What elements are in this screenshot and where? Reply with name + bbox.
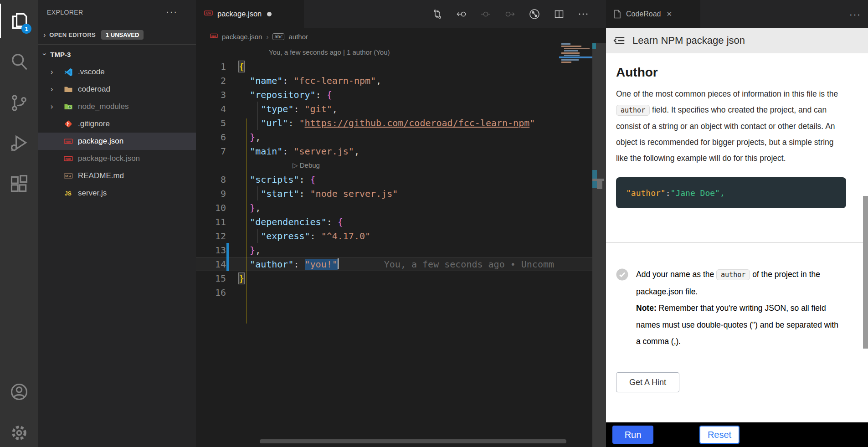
debug-codelens[interactable]: ▷ Debug: [293, 161, 320, 170]
tree-item-server-js[interactable]: JSserver.js: [38, 185, 196, 202]
panel-scrollbar[interactable]: [863, 196, 868, 349]
inline-code-chip: author: [716, 269, 750, 280]
activity-explorer-button[interactable]: 1: [0, 4, 38, 38]
run-button[interactable]: Run: [612, 426, 653, 444]
activity-settings-button[interactable]: [0, 416, 38, 447]
code-line-3[interactable]: 3 "repository": {: [196, 87, 606, 102]
modified-line-marker: [226, 243, 229, 257]
code-line-15[interactable]: 15}: [196, 271, 606, 285]
folder-root-tmp-3[interactable]: › TMP-3: [38, 46, 196, 63]
js-icon: JS: [63, 188, 73, 198]
run-debug-icon: [9, 133, 29, 153]
breadcrumb-symbol[interactable]: author: [288, 33, 308, 41]
next-change-icon[interactable]: [504, 9, 515, 20]
line-number: 12: [196, 231, 226, 241]
minimap[interactable]: [561, 43, 592, 64]
code-line-8[interactable]: 8 "scripts": {: [196, 172, 606, 186]
tree-item--gitignore[interactable]: .gitignore: [38, 115, 196, 133]
chevron-right-icon: ›: [43, 31, 46, 39]
code-line-6[interactable]: 6 },: [196, 130, 606, 144]
divider: [606, 242, 868, 243]
code-line-7[interactable]: 7 "main": "server.js",: [196, 144, 606, 158]
minimap-current-line: [559, 57, 592, 58]
activity-account-button[interactable]: [0, 375, 38, 409]
coderoad-panel: CodeRoad ✕ ··· Learn NPM package json Au…: [606, 0, 868, 447]
svg-text:npm: npm: [205, 11, 211, 15]
file-label: .gitignore: [78, 119, 110, 128]
panel-more-actions-icon[interactable]: ···: [849, 9, 861, 20]
split-editor-icon[interactable]: [554, 9, 565, 20]
line-number: 14: [196, 259, 226, 270]
reset-button[interactable]: Reset: [699, 426, 740, 444]
tree-item-coderoad[interactable]: ›coderoad: [38, 81, 196, 98]
dirty-indicator-icon[interactable]: [267, 12, 272, 16]
svg-text:npm: npm: [65, 140, 71, 144]
open-editors-label: OPEN EDITORS: [49, 31, 96, 38]
code-line-1[interactable]: 1{: [196, 59, 606, 73]
divider: [38, 44, 196, 45]
line-number: 11: [196, 216, 226, 227]
explorer-more-actions-icon[interactable]: ···: [166, 6, 178, 17]
tree-item-readme-md[interactable]: MREADME.md: [38, 167, 196, 185]
npm-file-icon: npm: [210, 32, 218, 41]
code-line-14[interactable]: 14 "author": "you!"You, a few seconds ag…: [196, 257, 606, 271]
source-control-icon: [9, 93, 29, 113]
git-icon: [63, 119, 73, 129]
close-icon[interactable]: ✕: [667, 10, 673, 18]
code-line-2[interactable]: 2 "name": "fcc-learn-npm",: [196, 73, 606, 87]
codelens-row: You, a few seconds ago | 1 author (You): [196, 45, 606, 59]
code-line-11[interactable]: 11 "dependencies": {: [196, 215, 606, 229]
account-icon: [9, 382, 29, 402]
code-example-block: "author": "Jane Doe",: [616, 177, 846, 208]
previous-change-icon[interactable]: [456, 9, 467, 20]
tab-package-json[interactable]: npm package.json: [196, 0, 304, 28]
open-editors-section[interactable]: › OPEN EDITORS 1 UNSAVED: [38, 27, 196, 42]
back-to-lessons-icon[interactable]: [612, 34, 626, 47]
activity-source-control-button[interactable]: [0, 86, 38, 120]
tree-item-package-json[interactable]: npmpackage.json: [38, 133, 196, 150]
breadcrumb-file[interactable]: package.json: [222, 33, 262, 41]
string-symbol-icon: abc: [272, 33, 284, 40]
more-actions-icon[interactable]: [578, 9, 589, 20]
panel-tab-bar: CodeRoad ✕ ···: [606, 0, 868, 28]
tree-item-package-lock-json[interactable]: npmpackage-lock.json: [38, 150, 196, 167]
breadcrumb: npm package.json › abc author: [210, 28, 308, 45]
indent-guide: [257, 229, 258, 243]
inline-blame: You, a few seconds ago • Uncomm: [384, 259, 554, 270]
file-label: node_modules: [78, 102, 129, 111]
current-change-icon[interactable]: [480, 9, 491, 20]
tab-coderoad[interactable]: CodeRoad ✕: [606, 0, 700, 28]
activity-search-button[interactable]: [0, 44, 38, 79]
extensions-icon: [9, 174, 29, 194]
npm-icon: npm: [63, 136, 73, 146]
tree-item-node-modules[interactable]: ›node_modules: [38, 98, 196, 115]
file-label: package-lock.json: [78, 154, 140, 163]
section-heading: Author: [616, 65, 846, 80]
node-icon: [63, 102, 73, 112]
explorer-title: EXPLORER: [47, 9, 83, 16]
task-item: Add your name as the author of the proje…: [616, 266, 844, 350]
get-hint-button[interactable]: Get A Hint: [616, 372, 679, 392]
codelens-blame[interactable]: You, a few seconds ago | 1 author (You): [269, 48, 390, 56]
overview-ruler[interactable]: [592, 43, 606, 447]
line-number: 10: [196, 202, 226, 213]
timeline-icon[interactable]: [529, 8, 540, 20]
editor-tab-bar: npm package.json: [196, 0, 606, 28]
code-editor[interactable]: You, a few seconds ago | 1 author (You) …: [196, 45, 606, 299]
compare-changes-icon[interactable]: [432, 9, 443, 20]
line-number: 3: [196, 89, 226, 100]
code-line-16[interactable]: 16: [196, 285, 606, 299]
explorer-sidebar: EXPLORER ··· › OPEN EDITORS 1 UNSAVED › …: [38, 0, 196, 447]
activity-extensions-button[interactable]: [0, 167, 38, 201]
indent-guide: [257, 186, 258, 200]
tree-item--vscode[interactable]: ›.vscode: [38, 63, 196, 81]
activity-run-debug-button[interactable]: [0, 126, 38, 160]
line-number: 15: [196, 273, 226, 284]
task-check-icon: [616, 268, 628, 281]
file-label: README.md: [78, 171, 124, 180]
file-label: package.json: [78, 137, 123, 146]
explorer-header: EXPLORER ···: [38, 0, 196, 25]
code-line-13[interactable]: 13 },: [196, 243, 606, 257]
horizontal-scrollbar[interactable]: [260, 439, 566, 443]
code-line-10[interactable]: 10 },: [196, 200, 606, 215]
